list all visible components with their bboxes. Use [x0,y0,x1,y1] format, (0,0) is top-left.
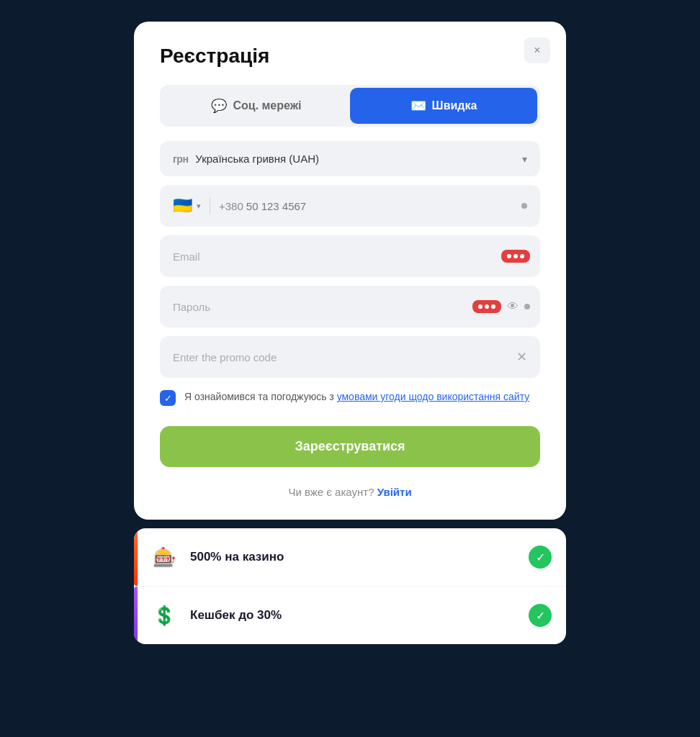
email-autofill-badge[interactable] [501,250,530,263]
password-dot-indicator [524,304,530,309]
email-row [160,235,540,277]
registration-form: грн Українська гривня (UAH) ▾ 🇺🇦 ▾ +380 [160,141,540,498]
phone-divider [210,197,210,214]
eye-icon[interactable]: 👁 [507,300,519,313]
email-input[interactable] [173,250,501,263]
login-text: Чи вже є акаунт? [288,486,377,498]
agree-text: Я ознайомився та погоджуюсь з умовами уг… [184,389,529,404]
cashback-bonus-text: Кешбек до 30% [190,608,519,623]
badge-dot-3 [491,304,495,309]
cashback-accent [134,587,138,644]
phone-code: +380 [219,200,243,212]
agree-text-before: Я ознайомився та погоджуюсь з [184,391,337,402]
login-link[interactable]: Увійти [377,486,412,498]
phone-row: 🇺🇦 ▾ +380 [160,185,540,227]
tab-quick[interactable]: ✉️ Швидка [350,88,537,124]
bonus-card-casino: 🎰 500% на казино ✓ [134,528,566,587]
registration-modal: Реєстрація × 💬 Соц. мережі ✉️ Швидка грн… [134,22,566,520]
currency-label: Українська гривня (UAH) [195,153,522,165]
badge-dot-1 [507,254,511,258]
badge-dot-3 [520,254,524,258]
password-row: 👁 [160,286,540,327]
tab-social[interactable]: 💬 Соц. мережі [163,88,350,124]
flag-chevron-icon: ▾ [197,202,201,211]
currency-symbol: грн [173,153,188,165]
tab-quick-label: Швидка [432,99,477,112]
social-icon: 💬 [211,98,227,114]
flag-icon: 🇺🇦 [173,196,192,215]
country-selector-button[interactable]: 🇺🇦 ▾ [173,196,210,215]
bonus-card-cashback: 💲 Кешбек до 30% ✓ [134,587,566,644]
password-input[interactable] [173,301,472,313]
login-row: Чи вже є акаунт? Увійти [160,486,540,498]
email-icon: ✉️ [410,98,426,114]
password-autofill-badge[interactable] [472,300,501,313]
agree-row: ✓ Я ознайомився та погоджуюсь з умовами … [160,389,540,406]
agree-link[interactable]: умовами угоди щодо використання сайту [337,391,530,402]
agree-checkbox[interactable]: ✓ [160,390,176,406]
check-icon: ✓ [164,393,172,404]
badge-dot-2 [513,254,518,258]
casino-accent [134,528,138,586]
tab-social-label: Соц. мережі [233,99,301,112]
modal-title: Реєстрація [160,45,540,68]
phone-dot-indicator [521,203,527,209]
badge-dot-2 [485,304,489,309]
chevron-down-icon: ▾ [522,153,527,165]
close-button[interactable]: × [524,37,550,63]
currency-selector[interactable]: грн Українська гривня (UAH) ▾ [160,141,540,176]
promo-clear-button[interactable]: ✕ [516,349,527,365]
register-button[interactable]: Зареєструватися [160,426,540,467]
casino-icon: 🎰 [148,541,180,573]
phone-input[interactable] [246,200,521,212]
badge-dot-1 [478,304,483,309]
promo-input[interactable] [173,351,516,363]
casino-bonus-text: 500% на казино [190,550,519,564]
bonus-cards: 🎰 500% на казино ✓ 💲 Кешбек до 30% ✓ [134,528,566,644]
tab-bar: 💬 Соц. мережі ✉️ Швидка [160,85,540,127]
casino-check-icon: ✓ [529,546,552,569]
cashback-icon: 💲 [148,600,180,631]
cashback-check-icon: ✓ [529,604,552,627]
promo-row: ✕ [160,336,540,378]
